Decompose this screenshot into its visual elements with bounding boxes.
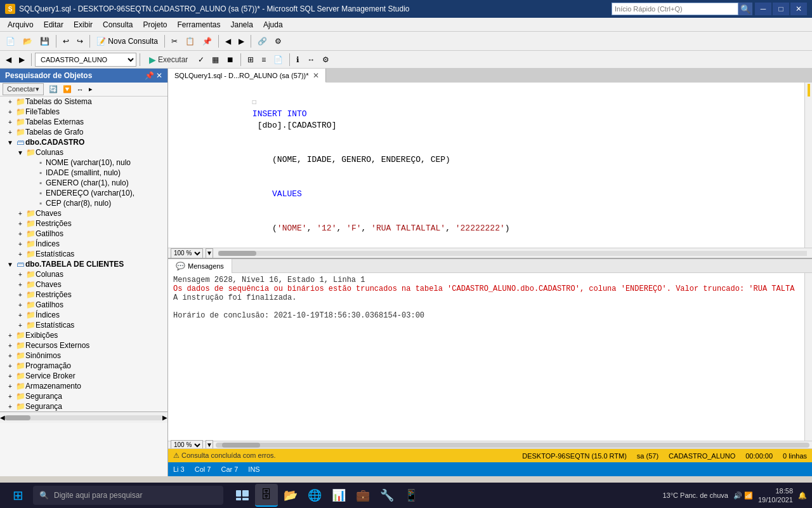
tree-item-recursos-externos[interactable]: + 📁 Recursos Externos [0,340,167,351]
paste-btn[interactable]: 📌 [199,34,215,48]
stop-btn[interactable]: ⏹ [223,53,237,67]
taskbar-search[interactable]: 🔍 Digite aqui para pesquisar [33,486,223,505]
code-editor[interactable]: □ INSERT INTO [dbo].[CADASTRO] (NOME, ID… [168,83,804,248]
settings-btn[interactable]: ⚙ [272,34,285,48]
scroll-right-btn[interactable]: ▶ [162,414,167,421]
menu-projeto[interactable]: Projeto [138,19,172,30]
check-btn[interactable]: ✓ [195,53,207,67]
explorer-pin-btn[interactable]: 📌 [145,71,154,80]
zoom-dropdown-btn[interactable]: ▼ [206,248,213,258]
align-btn[interactable]: ↔ [304,53,318,67]
fwd2-btn[interactable]: ▶ [16,53,28,67]
search-button[interactable]: 🔍 [738,3,752,15]
collapse-btn[interactable]: □ [252,99,256,106]
tree-item-filetables[interactable]: + 📁 FileTables [0,107,167,117]
new-file-btn[interactable]: 📄 [3,34,18,48]
menu-editar[interactable]: Editar [39,19,69,30]
tree-item-chaves[interactable]: + 📁 Chaves [0,208,167,218]
quick-search[interactable]: 🔍 [612,3,752,15]
menu-ferramentas[interactable]: Ferramentas [172,19,225,30]
tree-item-colunas[interactable]: ▼ 📁 Colunas [0,147,167,157]
save-btn[interactable]: 💾 [37,34,53,48]
more-btn[interactable]: ▸ [86,83,95,96]
start-button[interactable]: ⊞ [5,485,30,505]
menu-janela[interactable]: Janela [226,19,258,30]
app7[interactable]: 📱 [400,484,422,507]
file-explorer-app[interactable]: 📂 [279,484,302,507]
taskview-btn[interactable] [231,484,254,507]
tree-item-tabelas-grafo[interactable]: + 📁 Tabelas de Grafo [0,127,167,137]
tree-item-tc-indices[interactable]: + 📁 Índices [0,310,167,320]
tree-item-tabelas-sistema[interactable]: + 📁 Tabelas do Sistema [0,97,167,107]
tab-close-btn[interactable]: ✕ [313,71,319,80]
result-grid-btn[interactable]: ⊞ [244,53,257,67]
tree-item-idade[interactable]: ▪ IDADE (smallint, nulo) [0,168,167,178]
info-btn[interactable]: ℹ [293,53,303,67]
execute-button[interactable]: ▶ Executar [143,53,193,67]
result-file-btn[interactable]: 📄 [270,53,286,67]
tree-item-tc-chaves[interactable]: + 📁 Chaves [0,279,167,290]
tree-item-restricoes[interactable]: + 📁 Restrições [0,218,167,229]
search-input[interactable] [612,3,738,15]
copy-btn[interactable]: 📋 [182,34,198,48]
query-tab[interactable]: SQLQuery1.sql - D...RO_ALUNO (sa (57))* … [168,69,326,83]
browser-app[interactable]: 🌐 [303,484,326,507]
filter-btn[interactable]: 🔽 [60,83,74,96]
undo-btn[interactable]: ↩ [60,34,72,48]
forward-btn[interactable]: ▶ [235,34,247,48]
minimize-button[interactable]: ─ [755,3,771,15]
option-btn[interactable]: ⚙ [319,53,332,67]
tree-item-estatisticas[interactable]: + 📁 Estatísticas [0,249,167,259]
tree-item-indices-cadastro[interactable]: + 📁 Índices [0,239,167,249]
tree-item-gatilhos[interactable]: + 📁 Gatilhos [0,229,167,239]
refresh-btn[interactable]: 🔄 [46,83,60,96]
open-btn[interactable]: 📂 [20,34,36,48]
tree-item-nome[interactable]: ▪ NOME (varchar(10), nulo [0,157,167,168]
explorer-close-btn[interactable]: ✕ [156,71,162,80]
tree-item-tabelas-externas[interactable]: + 📁 Tabelas Externas [0,117,167,127]
connection-btn[interactable]: 🔗 [254,34,270,48]
ssms-app[interactable]: 🗄 [255,484,278,507]
close-button[interactable]: ✕ [790,3,807,15]
cut-btn[interactable]: ✂ [168,34,181,48]
redo-btn[interactable]: ↪ [74,34,86,48]
tree-item-genero[interactable]: ▪ GENERO (char(1), nulo) [0,178,167,188]
menu-ajuda[interactable]: Ajuda [258,19,288,30]
tree-item-dbo-tabela-clientes[interactable]: ▼ 🗃 dbo.TABELA DE CLIENTES [0,259,167,269]
tree-item-tc-estatisticas[interactable]: + 📁 Estatísticas [0,320,167,330]
grid-btn[interactable]: ▦ [209,53,222,67]
tree-item-service-broker[interactable]: + 📁 Service Broker [0,371,167,381]
tree-item-dbo-cadastro[interactable]: ▼ 🗃 dbo.CADASTRO [0,137,167,147]
editor-zoom[interactable]: 100 % [171,248,203,258]
tree-item-exibicoes[interactable]: + 📁 Exibições [0,330,167,340]
tree-item-tc-restricoes[interactable]: + 📁 Restrições [0,290,167,300]
menu-arquivo[interactable]: Arquivo [3,19,39,30]
tree-item-tc-colunas[interactable]: + 📁 Colunas [0,269,167,279]
tree-item-seguranca[interactable]: + 📁 Segurança [0,391,167,401]
tree-item-armazenamento[interactable]: + 📁 Armazenamento [0,381,167,391]
app5[interactable]: 💼 [351,484,374,507]
scroll-left-btn[interactable]: ◀ [0,414,5,421]
notification-btn[interactable]: 🔔 [798,491,807,500]
messages-tab[interactable]: 💬 Mensagens [168,259,232,273]
menu-consulta[interactable]: Consulta [98,19,138,30]
tree-item-tc-gatilhos[interactable]: + 📁 Gatilhos [0,300,167,310]
maximize-button[interactable]: □ [773,3,789,15]
menu-exibir[interactable]: Exibir [69,19,98,30]
results-zoom[interactable]: 100 % [171,440,203,449]
database-selector[interactable]: CADASTRO_ALUNO [35,53,136,67]
results-zoom-dropdown[interactable]: ▼ [206,440,213,449]
office-app[interactable]: 📊 [327,484,350,507]
tree-item-endereco[interactable]: ▪ ENDEREÇO (varchar(10), [0,188,167,198]
tree-item-programacao[interactable]: + 📁 Programação [0,361,167,371]
back-btn[interactable]: ◀ [222,34,234,48]
app6[interactable]: 🔧 [376,484,398,507]
connect-button[interactable]: Conectar▾ [3,83,44,95]
tree-item-cep[interactable]: ▪ CEP (char(8), nulo) [0,198,167,208]
sync-btn[interactable]: ↔ [74,83,86,96]
result-text-btn[interactable]: ≡ [258,53,269,67]
tree-item-seguranca2[interactable]: + 📁 Segurança [0,401,167,411]
back2-btn[interactable]: ◀ [3,53,15,67]
nova-consulta-btn[interactable]: 📝 Nova Consulta [93,34,161,48]
tree-item-sinonimos[interactable]: + 📁 Sinônimos [0,351,167,361]
